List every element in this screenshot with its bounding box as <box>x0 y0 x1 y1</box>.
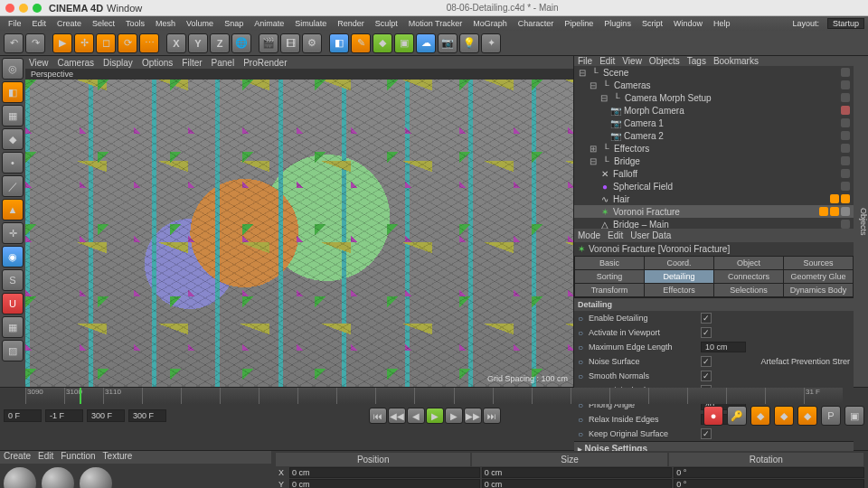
tree-bridge-group[interactable]: ⊟└Bridge <box>574 155 854 167</box>
checkbox[interactable]: ✓ <box>701 313 712 324</box>
menu-mograph[interactable]: MoGraph <box>468 19 512 28</box>
rot-x[interactable] <box>674 467 864 478</box>
rotate-tool[interactable]: ⟳ <box>118 33 137 53</box>
menu-edit[interactable]: Edit <box>28 19 52 28</box>
record-icon[interactable]: ● <box>703 406 723 426</box>
tab-geometryglue[interactable]: Geometry Glue <box>784 270 853 283</box>
cube-primitive-icon[interactable]: ◧ <box>329 33 349 53</box>
spline-icon[interactable]: ✎ <box>351 33 371 53</box>
generator-icon[interactable]: ◆ <box>373 33 392 53</box>
tree-spherical-field[interactable]: ●Spherical Field <box>574 180 854 192</box>
key-scale-icon[interactable]: ◆ <box>774 406 794 426</box>
size-x[interactable] <box>482 467 673 478</box>
menu-window[interactable]: Window <box>669 19 707 28</box>
tab-coord[interactable]: Coord. <box>645 257 713 269</box>
polygon-mode-icon[interactable]: ▲ <box>2 199 24 221</box>
vp-prorender[interactable]: ProRender <box>243 58 287 68</box>
tab-transform[interactable]: Transform <box>575 284 644 296</box>
menu-select[interactable]: Select <box>88 19 119 28</box>
key-param-icon[interactable]: P <box>821 406 841 426</box>
tab-connectors[interactable]: Connectors <box>714 270 783 283</box>
checkbox[interactable]: ✓ <box>701 371 712 381</box>
tree-cameras-group[interactable]: ⊟└Cameras <box>574 79 854 91</box>
checkbox[interactable]: ✓ <box>701 327 712 338</box>
mat-function[interactable]: Function <box>61 451 95 464</box>
sculpt-icon[interactable]: ▨ <box>2 340 24 361</box>
redo-button[interactable]: ↷ <box>25 33 45 53</box>
tree-hair[interactable]: ∿Hair <box>574 192 854 205</box>
tree-falloff[interactable]: ✕Falloff <box>574 167 854 180</box>
tab-dynamicsbody[interactable]: Dynamics Body <box>784 284 853 296</box>
scale-tool[interactable]: ◻ <box>96 33 116 53</box>
menu-file[interactable]: File <box>4 19 26 28</box>
menu-mesh[interactable]: Mesh <box>151 19 180 28</box>
edge-mode-icon[interactable]: ／ <box>2 175 24 197</box>
minimize-icon[interactable] <box>19 4 28 13</box>
attr-mode[interactable]: Mode <box>578 230 600 240</box>
undo-button[interactable]: ↶ <box>4 33 24 53</box>
viewport-solo-icon[interactable]: ◉ <box>2 246 24 267</box>
tree-bridge-main[interactable]: △Bridge – Main <box>574 218 854 229</box>
tab-sorting[interactable]: Sorting <box>575 270 644 283</box>
tl-start[interactable]: 0 F <box>4 409 42 422</box>
mat-edit[interactable]: Edit <box>38 451 53 464</box>
material-inner[interactable] <box>4 467 36 488</box>
y-axis-toggle[interactable]: Y <box>188 33 208 53</box>
move-tool[interactable]: ✢ <box>74 33 94 53</box>
tree-scene[interactable]: ⊟└Scene <box>574 66 854 79</box>
clapboard-icon[interactable]: 🎬 <box>259 33 278 53</box>
tab-object[interactable]: Object <box>714 257 783 269</box>
om-tags[interactable]: Tags <box>687 56 706 66</box>
light-icon[interactable]: 💡 <box>459 33 479 53</box>
rot-y[interactable] <box>674 479 864 488</box>
mat-texture[interactable]: Texture <box>103 451 133 464</box>
side-tab-objects[interactable]: Objects <box>854 56 868 387</box>
goto-end-icon[interactable]: ⏭ <box>483 408 501 424</box>
om-view[interactable]: View <box>622 56 642 66</box>
checkbox[interactable]: ✓ <box>701 356 712 367</box>
key-pos-icon[interactable]: ◆ <box>750 406 770 426</box>
checkbox[interactable]: ✓ <box>701 428 712 439</box>
menu-simulate[interactable]: Simulate <box>290 19 331 28</box>
attr-userdata[interactable]: User Data <box>630 230 671 240</box>
om-file[interactable]: File <box>578 56 592 66</box>
object-tree[interactable]: ⊟└Scene ⊟└Cameras ⊟└Camera Morph Setup 📷… <box>574 66 854 229</box>
menu-create[interactable]: Create <box>52 19 86 28</box>
maximize-icon[interactable] <box>33 4 42 13</box>
viewport-3d[interactable]: Grid Spacing : 100 cm <box>25 80 573 387</box>
tab-sources[interactable]: Sources <box>784 257 853 269</box>
object-mode-icon[interactable]: ◧ <box>2 81 24 103</box>
menu-snap[interactable]: Snap <box>220 19 248 28</box>
camera-icon[interactable]: 📷 <box>438 33 458 53</box>
menu-render[interactable]: Render <box>333 19 369 28</box>
tree-effectors-group[interactable]: ⊞└Effectors <box>574 142 854 155</box>
axis-mode-icon[interactable]: ✛ <box>2 222 24 244</box>
material-floor[interactable] <box>80 467 112 488</box>
vp-view[interactable]: View <box>29 58 49 68</box>
key-rot-icon[interactable]: ◆ <box>797 406 817 426</box>
vp-cameras[interactable]: Cameras <box>58 58 95 68</box>
menu-sculpt[interactable]: Sculpt <box>371 19 402 28</box>
key-pla-icon[interactable]: ▣ <box>844 406 864 426</box>
select-tool[interactable]: ▶ <box>52 33 72 53</box>
traffic-lights[interactable] <box>5 4 42 13</box>
render-settings-icon[interactable]: ⚙ <box>302 33 322 53</box>
snap-icon[interactable]: S <box>2 269 24 291</box>
tab-selections[interactable]: Selections <box>714 284 783 296</box>
tab-effectors[interactable]: Effectors <box>645 284 713 296</box>
tree-morph-camera[interactable]: 📷Morph Camera <box>574 104 854 117</box>
playhead[interactable] <box>80 388 81 404</box>
next-frame-icon[interactable]: ▶ <box>445 408 463 424</box>
menu-tools[interactable]: Tools <box>121 19 149 28</box>
tl-right[interactable]: 300 F <box>87 409 125 422</box>
goto-start-icon[interactable]: ⏮ <box>369 408 387 424</box>
tree-camera-2[interactable]: 📷Camera 2 <box>574 129 854 142</box>
extra-icon[interactable]: ✦ <box>481 33 501 53</box>
tree-camera-morph-setup[interactable]: ⊟└Camera Morph Setup <box>574 91 854 104</box>
tree-camera-1[interactable]: 📷Camera 1 <box>574 117 854 129</box>
vp-panel[interactable]: Panel <box>212 58 235 68</box>
tl-left[interactable]: -1 F <box>45 409 83 422</box>
world-axis-toggle[interactable]: 🌐 <box>231 33 251 53</box>
next-key-icon[interactable]: ▶▶ <box>464 408 482 424</box>
menu-motiontracker[interactable]: Motion Tracker <box>404 19 467 28</box>
